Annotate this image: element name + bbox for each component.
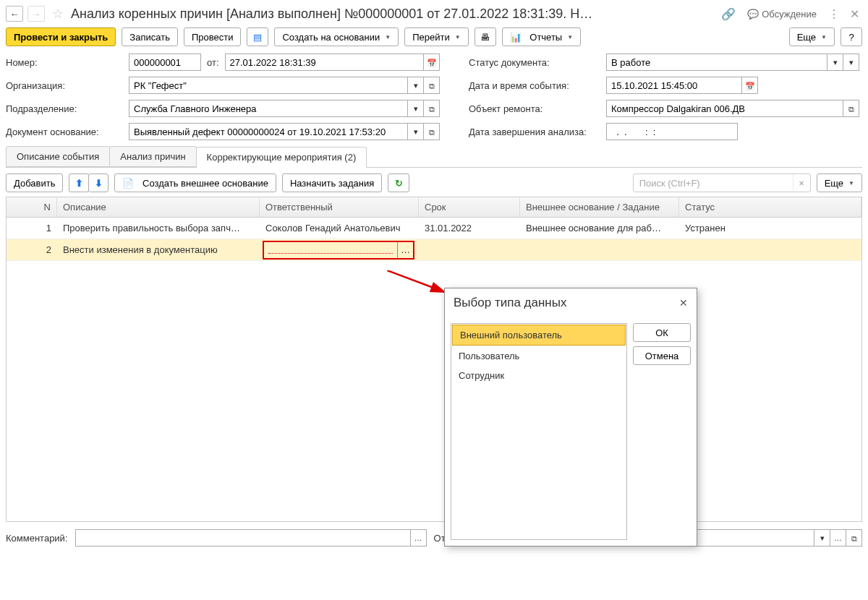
status-input[interactable] xyxy=(606,53,827,71)
title-bar: ← → ☆ Анализ коренных причин [Анализ вып… xyxy=(6,6,862,22)
cell-due: 31.01.2022 xyxy=(419,219,520,237)
responsible-choose-button[interactable]: … xyxy=(397,242,413,258)
add-button[interactable]: Добавить xyxy=(6,173,63,192)
reports-button[interactable]: 📊 Отчеты▼ xyxy=(502,27,581,46)
goto-button[interactable]: Перейти▼ xyxy=(404,27,468,46)
close-icon[interactable]: ✕ xyxy=(847,7,862,21)
menu-dots-icon[interactable]: ⋮ xyxy=(825,7,843,21)
status-label: Статус документа: xyxy=(469,57,606,68)
refresh-button[interactable]: ↻ xyxy=(388,173,409,192)
table-more-button[interactable]: Еще▼ xyxy=(817,173,862,192)
post-and-close-button[interactable]: Провести и закрыть xyxy=(6,27,116,46)
dept-open-button[interactable] xyxy=(424,100,440,117)
col-n: N xyxy=(7,197,57,217)
arrow-down-icon: ⬇ xyxy=(95,178,103,189)
cell-status: Устранен xyxy=(679,219,861,237)
cell-due xyxy=(417,247,519,254)
org-dropdown-button[interactable]: ▾ xyxy=(408,77,424,94)
dialog-ok-button[interactable]: ОК xyxy=(633,323,691,342)
tab-cause-analysis[interactable]: Анализ причин xyxy=(109,146,196,167)
print-button[interactable]: 🖶 xyxy=(475,27,496,46)
comment-choose-button[interactable]: … xyxy=(411,529,427,547)
help-button[interactable]: ? xyxy=(841,27,862,46)
discuss-button[interactable]: 💬 Обсуждение xyxy=(743,9,821,20)
save-button[interactable]: Записать xyxy=(122,27,178,46)
actions-table: N Описание Ответственный Срок Внешнее ос… xyxy=(6,197,862,522)
post-button[interactable]: Провести xyxy=(184,27,242,46)
end-label: Дата завершения анализа: xyxy=(469,127,606,137)
open-icon xyxy=(429,127,435,137)
form-fields: Номер: от: Статус документа: ▾ ▾ Организ… xyxy=(6,53,862,140)
type-option[interactable]: Сотрудник xyxy=(451,366,626,385)
structure-button[interactable]: ▤ xyxy=(247,27,268,46)
number-input[interactable] xyxy=(129,53,201,71)
org-open-button[interactable] xyxy=(424,77,440,94)
create-external-basis-button[interactable]: 📄 Создать внешнее основание xyxy=(114,173,276,192)
col-status: Статус xyxy=(679,197,861,217)
printer-icon: 🖶 xyxy=(480,32,490,43)
cell-external: Внешнее основание для раб… xyxy=(520,219,679,237)
comment-input[interactable] xyxy=(75,529,411,547)
nav-forward-button[interactable]: → xyxy=(27,6,45,22)
responsible-dropdown-button[interactable]: ▾ xyxy=(814,529,830,547)
event-dt-calendar-button[interactable] xyxy=(742,77,758,94)
responsible-open-button[interactable] xyxy=(846,529,862,547)
assign-tasks-button[interactable]: Назначить задания xyxy=(282,173,382,192)
obj-open-button[interactable] xyxy=(843,100,859,117)
type-list: Внешний пользователь Пользователь Сотруд… xyxy=(451,323,627,540)
window-title: Анализ коренных причин [Анализ выполнен]… xyxy=(71,7,714,22)
status-dropdown-extra-button[interactable]: ▾ xyxy=(843,53,859,71)
cell-external xyxy=(519,247,678,254)
tab-strip: Описание события Анализ причин Корректир… xyxy=(6,146,862,168)
move-up-button[interactable]: ⬆ xyxy=(69,173,89,192)
open-icon xyxy=(429,80,435,91)
responsible-editor[interactable]: … xyxy=(263,241,414,260)
cell-n: 1 xyxy=(7,219,57,237)
obj-label: Объект ремонта: xyxy=(469,103,606,114)
org-label: Организация: xyxy=(6,80,129,91)
favorite-star-icon[interactable]: ☆ xyxy=(49,6,67,22)
comment-label: Комментарий: xyxy=(6,533,68,544)
more-label: Еще xyxy=(797,32,816,43)
basis-input[interactable] xyxy=(129,123,408,140)
type-option[interactable]: Внешний пользователь xyxy=(452,325,626,346)
org-input[interactable] xyxy=(129,77,408,94)
search-input[interactable] xyxy=(634,176,793,191)
tab-event-description[interactable]: Описание события xyxy=(6,146,110,167)
caret-down-icon: ▼ xyxy=(848,180,854,187)
search-box: × xyxy=(633,173,811,192)
col-due: Срок xyxy=(419,197,520,217)
calendar-button[interactable] xyxy=(424,53,440,71)
tab-corrective-actions[interactable]: Корректирующие мероприятия (2) xyxy=(196,147,367,168)
event-dt-input[interactable] xyxy=(606,77,742,94)
obj-input[interactable] xyxy=(606,100,843,117)
dept-label: Подразделение: xyxy=(6,103,129,114)
cell-n: 2 xyxy=(7,241,57,259)
create-based-on-button[interactable]: Создать на основании▼ xyxy=(274,27,399,46)
more-button[interactable]: Еще▼ xyxy=(789,27,835,46)
end-input[interactable] xyxy=(606,123,738,140)
table-more-label: Еще xyxy=(825,178,843,189)
link-icon[interactable]: 🔗 xyxy=(718,7,739,21)
move-down-button[interactable]: ⬇ xyxy=(88,173,109,192)
table-row[interactable]: 2 Внести изменения в документацию … xyxy=(7,239,861,261)
dept-input[interactable] xyxy=(129,100,408,117)
create-based-label: Создать на основании xyxy=(282,32,380,43)
type-option[interactable]: Пользователь xyxy=(451,346,626,366)
status-dropdown-button[interactable]: ▾ xyxy=(827,53,843,71)
nav-back-button[interactable]: ← xyxy=(6,6,23,22)
basis-open-button[interactable] xyxy=(424,123,440,140)
table-row[interactable]: 1 Проверить правильность выбора запч… Со… xyxy=(7,218,861,239)
main-toolbar: Провести и закрыть Записать Провести ▤ С… xyxy=(6,27,862,46)
basis-dropdown-button[interactable]: ▾ xyxy=(408,123,424,140)
caret-down-icon: ▼ xyxy=(455,34,461,40)
dept-dropdown-button[interactable]: ▾ xyxy=(408,100,424,117)
dialog-cancel-button[interactable]: Отмена xyxy=(633,346,691,365)
responsible-choose-button[interactable]: … xyxy=(830,529,846,547)
basis-label: Документ основание: xyxy=(6,127,129,137)
date-input[interactable] xyxy=(225,53,424,71)
dialog-close-button[interactable]: ✕ xyxy=(679,297,688,309)
search-clear-button[interactable]: × xyxy=(793,174,810,192)
caret-down-icon: ▼ xyxy=(567,34,573,40)
list-icon: ▤ xyxy=(253,32,262,43)
